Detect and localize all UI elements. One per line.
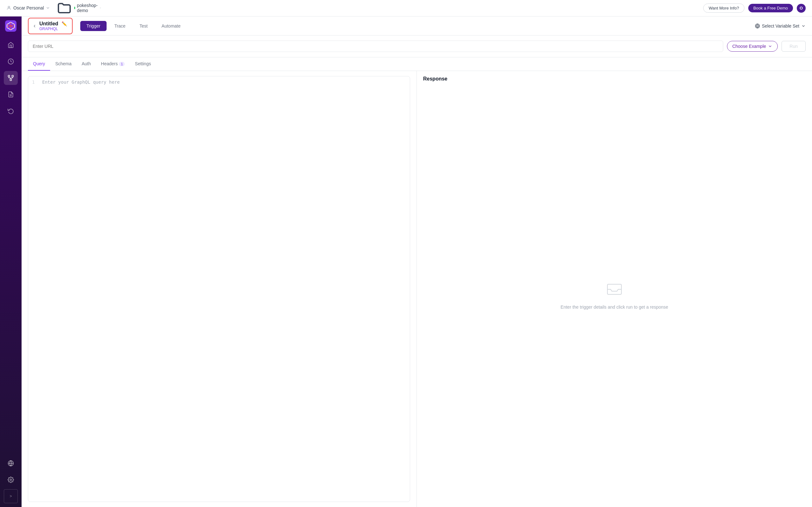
tab-automate[interactable]: Automate — [155, 21, 187, 31]
choose-example-button[interactable]: Choose Example — [727, 41, 778, 52]
variable-set-selector[interactable]: Select Variable Set — [755, 23, 806, 29]
svg-rect-3 — [8, 75, 10, 77]
logo-icon — [5, 20, 16, 32]
variable-set-chevron-icon — [801, 24, 806, 28]
sidebar-item-documents[interactable] — [4, 88, 18, 101]
headers-badge: 1 — [119, 62, 125, 66]
project-status-dot — [74, 7, 75, 9]
response-title: Response — [423, 76, 806, 82]
home-icon — [8, 42, 14, 48]
history-icon — [8, 108, 14, 114]
folder-icon — [56, 0, 72, 16]
analytics-icon — [8, 58, 14, 65]
tab-test[interactable]: Test — [133, 21, 154, 31]
url-bar: Choose Example Run — [21, 36, 812, 57]
empty-inbox-icon — [605, 279, 624, 299]
sidebar: > — [0, 16, 21, 507]
user-avatar[interactable]: O — [797, 4, 806, 13]
user-icon — [6, 5, 11, 10]
variable-set-label: Select Variable Set — [762, 23, 799, 29]
empty-response: Enter the trigger details and click run … — [423, 87, 806, 502]
expand-label: > — [9, 494, 12, 498]
sidebar-item-settings[interactable] — [4, 473, 18, 487]
network-icon — [8, 75, 14, 81]
main-tab-group: Trigger Trace Test Automate — [80, 21, 187, 31]
response-panel: Response Enter the trigger details and c… — [417, 71, 812, 507]
query-editor[interactable]: 1 Enter your GraphQL query here — [28, 76, 410, 502]
top-bar-right: Want More Info? Book a Free Demo O — [703, 3, 806, 13]
back-button[interactable]: ‹ — [34, 22, 36, 29]
project-selector[interactable]: pokeshop-demo — [56, 0, 101, 16]
sidebar-item-analytics[interactable] — [4, 55, 18, 68]
test-type-label: GRAPHQL — [39, 26, 67, 31]
workspace-selector[interactable]: Oscar Personal — [6, 5, 50, 10]
svg-rect-4 — [12, 75, 13, 77]
empty-response-text: Enter the trigger details and click run … — [560, 304, 668, 309]
main-layout: > ‹ Untitled ✏️ GRAPHQL Trigger Trace Te… — [0, 16, 812, 507]
line-number-1: 1 — [32, 79, 37, 84]
sidebar-item-globe[interactable] — [4, 456, 18, 470]
test-info: Untitled ✏️ GRAPHQL — [39, 21, 67, 31]
run-button[interactable]: Run — [781, 41, 806, 52]
globe-icon — [8, 460, 14, 466]
app-logo[interactable] — [5, 20, 16, 33]
editor-line-1: 1 Enter your GraphQL query here — [28, 76, 410, 88]
svg-point-0 — [8, 6, 9, 8]
sidebar-item-history[interactable] — [4, 104, 18, 118]
tab-trigger[interactable]: Trigger — [80, 21, 107, 31]
content-area: ‹ Untitled ✏️ GRAPHQL Trigger Trace Test… — [21, 16, 812, 507]
url-input[interactable] — [28, 41, 723, 52]
book-demo-button[interactable]: Book a Free Demo — [748, 4, 793, 12]
top-bar-left: Oscar Personal pokeshop-demo — [6, 0, 101, 16]
sidebar-item-network[interactable] — [4, 71, 18, 85]
query-tab-headers[interactable]: Headers1 — [96, 57, 130, 71]
query-response-layout: 1 Enter your GraphQL query here Response — [21, 71, 812, 507]
edit-icon[interactable]: ✏️ — [61, 21, 67, 26]
project-chevron-icon — [100, 6, 101, 10]
sidebar-item-home[interactable] — [4, 38, 18, 52]
settings-icon — [8, 476, 14, 483]
svg-rect-5 — [10, 79, 12, 80]
tab-trace[interactable]: Trace — [108, 21, 132, 31]
project-name: pokeshop-demo — [77, 3, 98, 13]
svg-point-10 — [10, 479, 12, 481]
query-tabs: Query Schema Auth Headers1 Settings — [21, 57, 812, 71]
test-name-label: Untitled — [39, 21, 58, 26]
sub-header: ‹ Untitled ✏️ GRAPHQL Trigger Trace Test… — [21, 16, 812, 36]
back-title-block: ‹ Untitled ✏️ GRAPHQL — [28, 18, 72, 34]
sidebar-expand-button[interactable]: > — [4, 489, 18, 503]
choose-example-chevron-icon — [768, 44, 772, 49]
editor-placeholder: Enter your GraphQL query here — [42, 79, 119, 84]
query-tab-settings[interactable]: Settings — [130, 57, 156, 71]
globe-small-icon — [755, 23, 760, 29]
want-more-info-button[interactable]: Want More Info? — [703, 3, 745, 13]
workspace-name: Oscar Personal — [13, 5, 44, 10]
choose-example-label: Choose Example — [732, 44, 766, 49]
query-tab-auth[interactable]: Auth — [77, 57, 96, 71]
chevron-down-icon — [46, 6, 50, 10]
query-panel: 1 Enter your GraphQL query here — [21, 71, 417, 507]
top-bar: Oscar Personal pokeshop-demo Want More I… — [0, 0, 812, 16]
trigger-area: Choose Example Run Query Schema Auth Hea… — [21, 36, 812, 507]
query-tab-schema[interactable]: Schema — [50, 57, 77, 71]
documents-icon — [8, 91, 14, 98]
query-tab-query[interactable]: Query — [28, 57, 50, 71]
